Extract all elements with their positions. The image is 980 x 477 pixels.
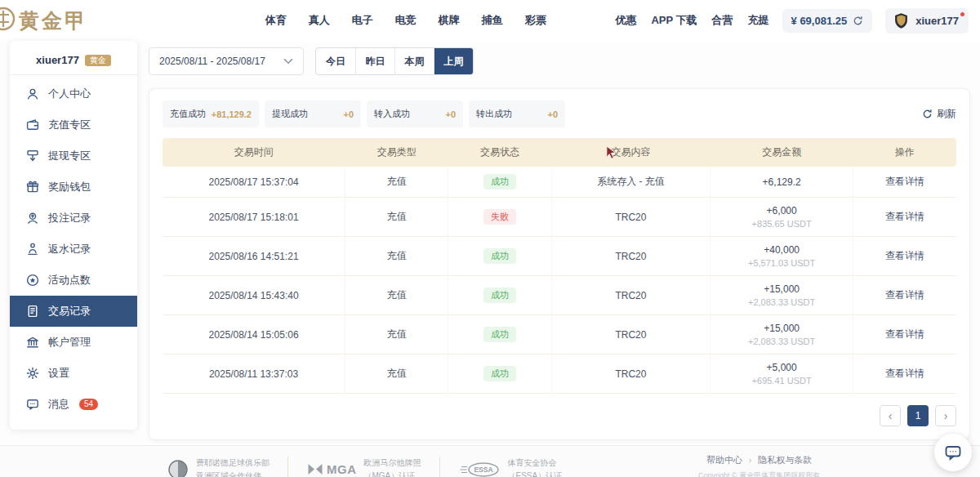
quick-link-0[interactable]: 优惠 — [615, 13, 636, 28]
tab-yesterday[interactable]: 昨日 — [355, 48, 394, 74]
sidebar-item-label: 返水记录 — [48, 242, 91, 256]
footer-link-1[interactable]: 隐私权与条款 — [758, 454, 812, 466]
sidebar-item-transaction-records[interactable]: 交易记录 — [10, 296, 137, 327]
sidebar-item-messages[interactable]: 消息54 — [10, 389, 137, 420]
cell-type: 充值 — [345, 315, 448, 354]
status-badge: 成功 — [483, 174, 516, 189]
table-row: 2025/08/14 15:05:06充值成功TRC20+15,000+2,08… — [163, 315, 956, 354]
sidebar-username: xiuer177 — [36, 54, 79, 66]
amount-main: +5,000 — [714, 362, 849, 373]
pagination-page-1[interactable]: 1 — [907, 405, 929, 426]
nav-item-4[interactable]: 棋牌 — [439, 13, 460, 28]
cell-content: TRC20 — [551, 354, 710, 394]
main-nav: 体育真人电子电竞棋牌捕鱼彩票 — [265, 13, 546, 28]
quick-links: 优惠APP 下载合营充提 — [615, 13, 768, 28]
amount-sub: +2,083.33 USDT — [714, 297, 849, 307]
nav-item-6[interactable]: 彩票 — [525, 13, 546, 28]
user-avatar-shield-icon — [893, 12, 910, 29]
nav-item-3[interactable]: 电竞 — [395, 13, 416, 28]
sidebar-item-bet-records[interactable]: 投注记录 — [10, 203, 137, 234]
cell-status: 成功 — [448, 315, 551, 354]
nav-item-2[interactable]: 电子 — [352, 13, 373, 28]
cert-line1: 欧洲马尔他牌照 — [364, 457, 421, 470]
pagination-prev-button[interactable]: ‹ — [880, 405, 901, 426]
stat-value: +81,129.2 — [212, 109, 252, 119]
table-row: 2025/08/17 15:37:04充值成功系统存入 - 充值+6,129.2… — [163, 167, 956, 198]
brand-logo[interactable]: 黄金甲 — [0, 5, 196, 36]
unread-count-badge: 54 — [79, 399, 98, 410]
sidebar-item-label: 活动点数 — [48, 273, 91, 288]
document-icon — [25, 304, 40, 319]
tab-last-week[interactable]: 上周 — [434, 48, 473, 74]
sidebar-item-label: 帐户管理 — [48, 335, 91, 350]
pagination-next-button[interactable]: › — [935, 405, 956, 426]
live-chat-button[interactable] — [934, 434, 972, 471]
sidebar-item-settings[interactable]: 设置 — [10, 358, 137, 389]
table-row: 2025/08/11 13:37:03充值成功TRC20+5,000+695.4… — [163, 354, 956, 394]
quick-link-1[interactable]: APP 下载 — [651, 13, 697, 28]
stat-label: 充值成功 — [170, 108, 206, 120]
view-details-link[interactable]: 查看详情 — [885, 368, 924, 379]
sidebar-item-personal-center[interactable]: 个人中心 — [10, 78, 137, 109]
stat-box-1: 提现成功+0 — [265, 100, 361, 127]
stat-label: 转出成功 — [476, 108, 512, 120]
cell-status: 成功 — [448, 354, 551, 394]
tab-this-week[interactable]: 本周 — [394, 48, 434, 74]
status-badge: 成功 — [483, 327, 516, 342]
cell-time: 2025/08/14 15:05:06 — [163, 315, 345, 354]
tab-today[interactable]: 今日 — [316, 48, 355, 74]
cell-time: 2025/08/11 13:37:03 — [163, 354, 345, 394]
sidebar-item-activity-points[interactable]: 活动点数 — [10, 265, 137, 296]
cell-type: 充值 — [345, 237, 448, 276]
withdraw-icon — [25, 149, 40, 163]
view-details-link[interactable]: 查看详情 — [885, 176, 924, 187]
stat-label: 转入成功 — [374, 108, 410, 120]
balance-refresh-icon[interactable] — [853, 16, 863, 26]
footer-link-0[interactable]: 帮助中心 — [706, 454, 742, 466]
quick-link-2[interactable]: 合营 — [712, 13, 733, 28]
view-details-link[interactable]: 查看详情 — [885, 289, 924, 301]
cell-type: 充值 — [345, 354, 448, 394]
sidebar-item-withdraw[interactable]: 提现专区 — [10, 140, 137, 172]
view-details-link[interactable]: 查看详情 — [885, 250, 924, 261]
refresh-button[interactable]: 刷新 — [922, 107, 956, 121]
mga-logo: MGA — [306, 462, 357, 476]
stat-value: +0 — [547, 109, 558, 119]
cell-action: 查看详情 — [853, 276, 956, 315]
cell-content: TRC20 — [551, 276, 710, 315]
sidebar-item-deposit[interactable]: 充值专区 — [10, 109, 137, 140]
date-range-select[interactable]: 2025/08/11 - 2025/08/17 — [149, 47, 304, 75]
balance-pill[interactable]: ¥ 69,081.25 — [782, 9, 873, 33]
quick-link-3[interactable]: 充提 — [748, 13, 769, 28]
page: 黄金甲 体育真人电子电竞棋牌捕鱼彩票 优惠APP 下载合营充提 ¥ 69,081… — [0, 0, 980, 477]
status-badge: 成功 — [483, 248, 516, 264]
cell-type: 充值 — [345, 167, 448, 198]
column-header: 交易状态 — [448, 138, 551, 167]
sidebar-item-reward-wallet[interactable]: 奖励钱包 — [10, 172, 137, 203]
footer-link-separator: › — [749, 456, 751, 465]
cell-time: 2025/08/17 15:37:04 — [163, 167, 345, 198]
footer: 费耶诺德足球俱乐部亚洲区域合作伙伴MGA欧洲马尔他牌照（MGA）认证ESSA体育… — [0, 445, 980, 477]
stat-value: +0 — [343, 109, 354, 119]
cell-status: 成功 — [448, 167, 551, 198]
status-badge: 成功 — [483, 366, 516, 381]
sidebar-item-label: 提现专区 — [48, 149, 91, 163]
footer-cert-0: 费耶诺德足球俱乐部亚洲区域合作伙伴 — [167, 457, 288, 477]
view-details-link[interactable]: 查看详情 — [885, 211, 924, 222]
cell-type: 充值 — [345, 276, 448, 315]
cell-content: TRC20 — [551, 198, 710, 237]
sidebar-item-account-management[interactable]: 帐户管理 — [10, 327, 137, 358]
nav-item-5[interactable]: 捕鱼 — [482, 13, 503, 28]
user-menu[interactable]: xiuer177 — [885, 8, 969, 33]
balance-amount: ¥ 69,081.25 — [791, 15, 848, 27]
nav-item-0[interactable]: 体育 — [265, 13, 287, 28]
sidebar-item-rebate-records[interactable]: 返水记录 — [10, 234, 137, 265]
stat-value: +0 — [445, 109, 456, 119]
sidebar-divider — [10, 74, 137, 75]
amount-main: +15,000 — [714, 283, 849, 295]
nav-item-1[interactable]: 真人 — [309, 13, 330, 28]
footer-links: 帮助中心›隐私权与条款 — [698, 454, 820, 466]
amount-sub: +2,083.33 USDT — [714, 337, 849, 346]
view-details-link[interactable]: 查看详情 — [885, 328, 924, 340]
cell-status: 成功 — [448, 276, 551, 315]
